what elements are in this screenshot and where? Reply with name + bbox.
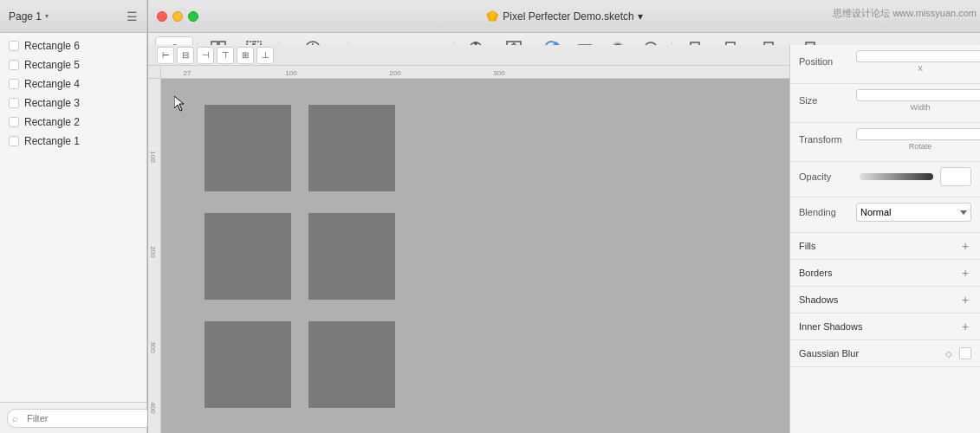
rotate-label: Rotate [856, 142, 980, 151]
layer-item[interactable]: Rectangle 3 [0, 94, 146, 113]
layer-checkbox[interactable] [9, 117, 19, 127]
inner-shadows-section[interactable]: Inner Shadows + [790, 313, 980, 340]
inner-shadows-label: Inner Shadows [799, 321, 959, 332]
blending-label: Blending [799, 207, 853, 217]
size-row: Size Width 🔒 Height [799, 89, 971, 112]
rect-3[interactable] [204, 213, 291, 300]
rect-4[interactable] [308, 213, 395, 300]
layer-item[interactable]: Rectangle 4 [0, 74, 146, 94]
layer-checkbox[interactable] [9, 41, 19, 51]
gaussian-blur-diamond-icon[interactable]: ◇ [945, 349, 952, 359]
ruler-label-200: 200 [389, 69, 400, 77]
layer-name: Rectangle 5 [24, 59, 80, 71]
transform-row: Transform Rotate ↑ → [799, 128, 971, 151]
opacity-slider[interactable] [860, 173, 933, 180]
document-title: Pixel Perfecter Demo.sketch [503, 10, 633, 23]
layer-item[interactable]: Rectangle 5 [0, 55, 146, 74]
page-selector[interactable]: Page 1 ▾ [9, 10, 49, 23]
sidebar-scroll-button[interactable]: ☰ [127, 10, 138, 23]
ruler-label-v-300: 300 [149, 341, 157, 352]
shadows-section[interactable]: Shadows + [790, 287, 980, 313]
shadows-label: Shadows [799, 294, 959, 305]
align-top-button[interactable]: ⊤ [217, 47, 234, 64]
ruler-label-v-400: 400 [149, 402, 157, 413]
layer-item[interactable]: Rectangle 1 [0, 132, 146, 151]
opacity-input[interactable] [940, 167, 971, 186]
inner-shadows-add-icon[interactable]: + [959, 320, 971, 333]
rect-1[interactable] [204, 105, 291, 191]
ruler-label-300: 300 [493, 69, 504, 77]
layer-name: Rectangle 4 [24, 78, 80, 90]
align-center-h-button[interactable]: ⊟ [177, 47, 194, 64]
page-dropdown-icon: ▾ [45, 12, 49, 20]
layer-checkbox[interactable] [9, 136, 19, 146]
fills-label: Fills [799, 241, 959, 251]
titlebar-title: Pixel Perfecter Demo.sketch ▾ [485, 10, 642, 23]
layer-checkbox[interactable] [9, 60, 19, 70]
title-dropdown-icon[interactable]: ▾ [638, 10, 643, 23]
borders-label: Borders [799, 268, 959, 278]
align-right-button[interactable]: ⊣ [197, 47, 214, 64]
page-label: Page 1 [9, 10, 42, 23]
right-panel: Position X Y Size Width 🔒 [789, 45, 980, 433]
minimize-button[interactable] [172, 11, 183, 22]
gaussian-blur-label: Gaussian Blur [799, 348, 942, 359]
canvas-area[interactable]: 27 100 200 300 100 200 300 400 [148, 66, 789, 433]
borders-section[interactable]: Borders + [790, 260, 980, 287]
ruler-label-v-100: 100 [149, 151, 157, 162]
rect-5[interactable] [204, 321, 291, 408]
sketch-logo-icon [485, 10, 499, 23]
opacity-label: Opacity [799, 171, 853, 182]
ruler-vertical: 100 200 300 400 [148, 79, 161, 433]
gaussian-blur-checkbox[interactable] [959, 347, 971, 359]
opacity-row: Opacity [799, 167, 971, 186]
rect-2[interactable] [308, 105, 395, 191]
width-input[interactable] [856, 89, 980, 101]
position-label: Position [799, 56, 853, 67]
sidebar: Page 1 ▾ ☰ Rectangle 6 Rectangle 5 Recta… [0, 0, 147, 433]
x-label: X [856, 64, 980, 73]
sidebar-header: Page 1 ▾ ☰ [0, 0, 146, 33]
layer-list: Rectangle 6 Rectangle 5 Rectangle 4 Rect… [0, 33, 146, 402]
shadows-add-icon[interactable]: + [959, 294, 971, 306]
blending-select[interactable]: Normal Darken Multiply Screen Overlay [856, 203, 971, 222]
filter-wrapper: ⌕ [7, 409, 154, 428]
size-section: Size Width 🔒 Height [790, 84, 980, 123]
layer-checkbox[interactable] [9, 98, 19, 108]
align-bar: ⊢ ⊟ ⊣ ⊤ ⊞ ⊥ [148, 45, 789, 66]
align-bottom-button[interactable]: ⊥ [256, 47, 274, 64]
rotate-input[interactable] [856, 128, 980, 140]
align-left-button[interactable]: ⊢ [157, 47, 174, 64]
canvas-content[interactable] [161, 79, 789, 433]
fills-section[interactable]: Fills + [790, 233, 980, 260]
transform-section: Transform Rotate ↑ → [790, 123, 980, 162]
filter-input[interactable] [7, 409, 154, 428]
layer-item[interactable]: Rectangle 6 [0, 36, 146, 55]
opacity-section: Opacity [790, 162, 980, 197]
rect-6[interactable] [308, 321, 395, 408]
ruler-label-100: 100 [285, 69, 296, 77]
align-center-v-button[interactable]: ⊞ [237, 47, 254, 64]
gaussian-blur-section[interactable]: Gaussian Blur ◇ [790, 340, 980, 367]
traffic-lights [157, 11, 198, 22]
borders-add-icon[interactable]: + [959, 267, 971, 279]
transform-panel-label: Transform [799, 134, 853, 145]
x-input-group: X [856, 50, 980, 73]
layer-name: Rectangle 2 [24, 116, 80, 128]
layer-item[interactable]: Rectangle 2 [0, 113, 146, 132]
position-row: Position X Y [799, 50, 971, 73]
rotate-input-group: Rotate [856, 128, 980, 151]
layer-checkbox[interactable] [9, 79, 19, 89]
position-section: Position X Y [790, 45, 980, 84]
fills-add-icon[interactable]: + [959, 240, 971, 252]
blending-row: Blending Normal Darken Multiply Screen O… [799, 203, 971, 222]
width-label: Width [856, 103, 980, 112]
filter-search-icon: ⌕ [12, 413, 18, 423]
close-button[interactable] [157, 11, 167, 22]
app-window: Pixel Perfecter Demo.sketch ▾ ✚ Insert G… [147, 0, 980, 433]
sidebar-footer: ⌕ ⎘ ✎ 0 [0, 402, 146, 433]
fullscreen-button[interactable] [188, 11, 198, 22]
x-input[interactable] [856, 50, 980, 62]
width-input-group: Width [856, 89, 980, 112]
layer-name: Rectangle 3 [24, 97, 80, 109]
